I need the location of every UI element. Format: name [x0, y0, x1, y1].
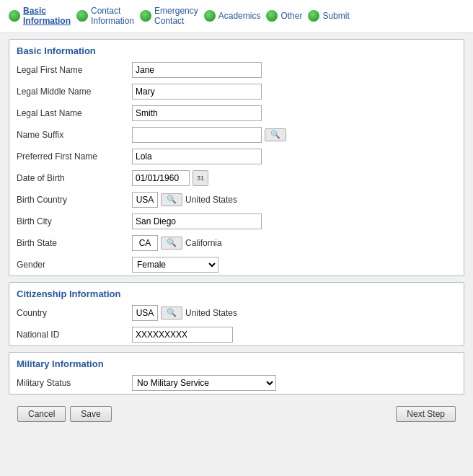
birth-country-code: USA — [132, 192, 158, 208]
nav-step-submit[interactable]: Submit — [308, 10, 349, 22]
date-of-birth-label: Date of Birth — [17, 173, 132, 183]
basic-info-title: Basic Information — [9, 40, 464, 59]
name-suffix-row: Name Suffix 🔍 — [9, 124, 464, 146]
birth-country-search-button[interactable]: 🔍 — [161, 193, 182, 206]
preferred-first-name-row: Preferred First Name — [9, 146, 464, 167]
name-suffix-search-button[interactable]: 🔍 — [265, 128, 286, 141]
nav-label-basic[interactable]: Basic Information — [23, 6, 71, 27]
legal-middle-name-input[interactable] — [132, 84, 262, 100]
national-id-input[interactable] — [132, 327, 233, 343]
bottom-buttons: Cancel Save Next Step — [9, 400, 464, 428]
birth-state-code: CA — [132, 235, 158, 251]
military-status-select[interactable]: No Military Service Active Duty Veteran … — [132, 375, 276, 391]
legal-first-name-label: Legal First Name — [17, 65, 132, 75]
legal-first-name-row: Legal First Name — [9, 59, 464, 81]
citizenship-country-code: USA — [132, 305, 158, 321]
legal-middle-name-row: Legal Middle Name — [9, 81, 464, 102]
citizenship-country-row: Country USA 🔍 United States — [9, 302, 464, 324]
gender-label: Gender — [17, 260, 132, 270]
military-title: Military Information — [9, 353, 464, 372]
national-id-row: National ID — [9, 324, 464, 345]
nav-label-other[interactable]: Other — [280, 11, 302, 21]
birth-state-name: California — [185, 238, 222, 248]
nav-step-contact-info[interactable]: Contact Information — [76, 6, 134, 27]
globe-icon-contact — [76, 10, 88, 22]
birth-state-row: Birth State CA 🔍 California — [9, 232, 464, 254]
nav-label-emergency[interactable]: Emergency Contact — [154, 6, 198, 27]
nav-step-academics[interactable]: Academics — [204, 10, 261, 22]
military-status-row: Military Status No Military Service Acti… — [9, 372, 464, 394]
cancel-button[interactable]: Cancel — [17, 406, 66, 422]
name-suffix-input[interactable] — [132, 127, 262, 143]
name-suffix-label: Name Suffix — [17, 130, 132, 140]
basic-info-panel: Basic Information Legal First Name Legal… — [9, 39, 464, 276]
legal-middle-name-label: Legal Middle Name — [17, 87, 132, 97]
left-buttons: Cancel Save — [17, 406, 112, 422]
national-id-label: National ID — [17, 330, 132, 340]
birth-state-label: Birth State — [17, 238, 132, 248]
birth-city-input[interactable] — [132, 213, 262, 229]
date-of-birth-input[interactable] — [132, 170, 190, 186]
nav-label-submit[interactable]: Submit — [322, 11, 349, 21]
legal-last-name-input[interactable] — [132, 105, 262, 121]
birth-country-row: Birth Country USA 🔍 United States — [9, 189, 464, 211]
save-button[interactable]: Save — [70, 406, 111, 422]
nav-label-academics[interactable]: Academics — [218, 11, 261, 21]
nav-step-other[interactable]: Other — [266, 10, 302, 22]
military-status-label: Military Status — [17, 378, 132, 388]
next-step-button[interactable]: Next Step — [396, 406, 456, 422]
globe-icon-basic — [9, 10, 20, 22]
date-of-birth-row: Date of Birth 31 — [9, 167, 464, 189]
legal-first-name-input[interactable] — [132, 62, 262, 78]
birth-city-label: Birth City — [17, 216, 132, 226]
gender-row: Gender Female Male Unknown — [9, 254, 464, 276]
calendar-button[interactable]: 31 — [193, 170, 208, 186]
birth-city-row: Birth City — [9, 211, 464, 232]
main-content: Basic Information Legal First Name Legal… — [0, 33, 473, 433]
citizenship-panel: Citizenship Information Country USA 🔍 Un… — [9, 282, 464, 346]
globe-icon-other — [266, 10, 278, 22]
globe-icon-academics — [204, 10, 216, 22]
preferred-first-name-label: Preferred First Name — [17, 151, 132, 162]
citizenship-country-search-button[interactable]: 🔍 — [161, 307, 182, 319]
legal-last-name-label: Legal Last Name — [17, 108, 132, 118]
citizenship-title: Citizenship Information — [9, 283, 464, 302]
citizenship-country-name: United States — [185, 308, 237, 318]
nav-step-basic-info[interactable]: Basic Information — [9, 6, 71, 27]
nav-step-emergency-contact[interactable]: Emergency Contact — [140, 6, 198, 27]
top-nav: Basic Information Contact Information Em… — [0, 0, 473, 33]
gender-select[interactable]: Female Male Unknown — [132, 257, 218, 273]
citizenship-country-label: Country — [17, 308, 132, 318]
birth-country-label: Birth Country — [17, 195, 132, 205]
globe-icon-submit — [308, 10, 319, 22]
nav-label-contact[interactable]: Contact Information — [91, 6, 134, 27]
military-panel: Military Information Military Status No … — [9, 352, 464, 395]
birth-state-search-button[interactable]: 🔍 — [161, 237, 182, 250]
legal-last-name-row: Legal Last Name — [9, 102, 464, 124]
globe-icon-emergency — [140, 10, 151, 22]
preferred-first-name-input[interactable] — [132, 149, 262, 164]
birth-country-name: United States — [185, 195, 237, 205]
